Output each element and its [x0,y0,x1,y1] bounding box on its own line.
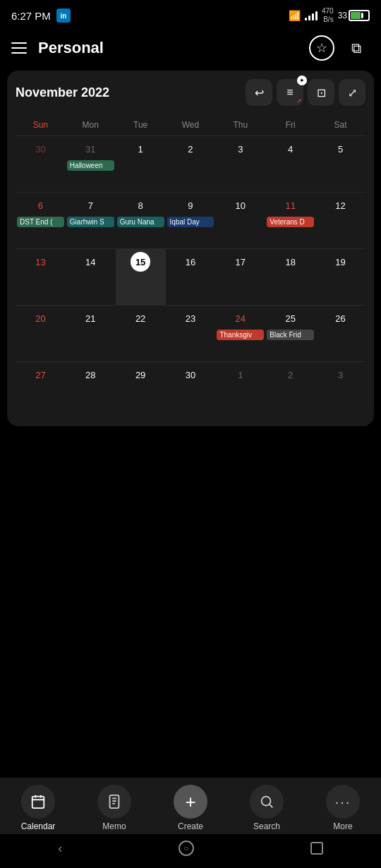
signal-bars [305,11,318,20]
day-num-nov21: 21 [80,308,100,328]
cal-day-dec3[interactable]: 3 [315,361,365,418]
nav-item-create[interactable]: + Create [152,785,229,831]
cal-day-nov14[interactable]: 14 [66,248,116,305]
cal-day-nov5[interactable]: 5 [315,135,365,192]
signal-bar-2 [308,16,310,20]
cal-day-nov29[interactable]: 29 [116,361,166,418]
cal-day-nov30[interactable]: 30 [166,361,216,418]
event-halloween[interactable]: Halloween [67,160,114,171]
event-iqbal[interactable]: Iqbal Day [167,217,214,227]
status-right: 📶 470B/s 33 [289,7,370,24]
cal-day-nov1[interactable]: 1 [116,135,166,192]
cal-day-nov17[interactable]: 17 [215,248,265,305]
day-num-nov25: 25 [281,308,301,328]
hamburger-menu[interactable] [11,42,27,54]
day-headers: Sun Mon Tue Wed Thu Fri Sat [16,117,365,133]
calendar-month-title: November 2022 [16,85,109,100]
status-bar: 6:27 PM in 📶 470B/s 33 [0,0,381,28]
sort-badge: ✦ [297,76,307,85]
cal-day-dec1[interactable]: 1 [215,361,265,418]
day-num-nov28: 28 [80,365,100,385]
day-header-thu: Thu [215,117,265,133]
cal-day-nov22[interactable]: 22 [116,305,166,361]
cal-day-nov4[interactable]: 4 [265,135,315,192]
cal-day-nov27[interactable]: 27 [16,361,66,418]
cal-day-nov19[interactable]: 19 [315,248,365,305]
cal-day-nov11[interactable]: 11 Veterans D [265,192,315,248]
top-nav-left: Personal [11,39,104,57]
day-num-nov22: 22 [131,308,150,328]
cal-day-nov28[interactable]: 28 [66,361,116,418]
cal-day-oct30[interactable]: 30 [16,135,66,192]
event-thanksgiving[interactable]: Thanksgiv [217,330,264,340]
day-num-nov16: 16 [181,252,200,272]
day-num-nov4: 4 [281,139,301,159]
cal-day-nov2[interactable]: 2 [166,135,216,192]
cal-day-dec2[interactable]: 2 [265,361,315,418]
star-button[interactable]: ☆ [309,35,334,61]
battery-tip [361,13,363,18]
cal-day-nov16[interactable]: 16 [166,248,216,305]
nav-label-calendar: Calendar [21,821,56,831]
cal-day-nov25[interactable]: 25 Black Frid [265,305,315,361]
cal-day-nov26[interactable]: 26 [315,305,365,361]
cal-day-nov21[interactable]: 21 [66,305,116,361]
home-button[interactable]: ○ [179,840,194,856]
day-num-dec1: 1 [231,365,250,385]
calendar-header: November 2022 ↩ ≡ ✦ ↗ ⊡ ⤢ [16,79,365,106]
cal-day-nov8[interactable]: 8 Guru Nana [116,192,166,248]
nav-item-memo[interactable]: Memo [76,785,152,831]
day-header-wed: Wed [166,117,216,133]
sort-button[interactable]: ≡ ✦ ↗ [277,79,303,106]
day-num-nov20: 20 [30,308,50,328]
cal-day-nov23[interactable]: 23 [166,305,216,361]
event-giarhwin[interactable]: Giarhwin S [67,217,114,227]
nav-item-more[interactable]: ··· More [305,785,381,831]
hamburger-line-1 [11,42,27,44]
day-num-nov14: 14 [80,252,100,272]
cal-day-nov10[interactable]: 10 [215,192,265,248]
recent-button[interactable] [310,842,323,855]
cal-day-nov15[interactable]: 15 [116,248,166,305]
signal-bar-4 [315,11,318,20]
day-num-nov13: 13 [30,252,50,272]
status-left: 6:27 PM in [11,8,71,23]
system-nav-bar: ‹ ○ [0,834,381,868]
bottom-nav-items: Calendar Memo + Create [0,785,381,834]
day-num-nov10: 10 [231,195,250,215]
cal-day-nov18[interactable]: 18 [265,248,315,305]
cal-day-nov13[interactable]: 13 [16,248,66,305]
event-veterans[interactable]: Veterans D [267,217,314,227]
day-num-nov24: 24 [231,308,250,328]
day-num-nov15: 15 [131,252,150,272]
day-num-nov2: 2 [181,139,200,159]
nav-item-calendar[interactable]: Calendar [0,785,76,831]
expand-button[interactable]: ⤢ [339,79,365,106]
cal-day-nov7[interactable]: 7 Giarhwin S [66,192,116,248]
day-num-nov3: 3 [231,139,250,159]
event-dst[interactable]: DST End ( [17,217,64,227]
cal-day-nov9[interactable]: 9 Iqbal Day [166,192,216,248]
nav-item-search[interactable]: Search [229,785,305,831]
cal-day-oct31[interactable]: 31 Halloween [66,135,116,192]
search-icon [250,785,284,819]
day-num-nov11: 11 [281,195,301,215]
bottom-spacer [0,426,381,525]
copy-button[interactable]: ⧉ [343,35,370,61]
battery-icon [349,10,370,21]
event-blackfriday[interactable]: Black Frid [267,330,314,340]
day-num-nov19: 19 [331,252,351,272]
cal-day-nov6[interactable]: 6 DST End ( [16,192,66,248]
cal-day-nov3[interactable]: 3 [215,135,265,192]
cal-day-nov12[interactable]: 12 [315,192,365,248]
cal-day-nov20[interactable]: 20 [16,305,66,361]
day-num-nov6: 6 [30,195,50,215]
page-title: Personal [38,39,104,57]
cal-day-nov24[interactable]: 24 Thanksgiv [215,305,265,361]
undo-button[interactable]: ↩ [246,79,272,106]
back-button[interactable]: ‹ [58,841,62,856]
svg-point-8 [262,797,271,806]
top-nav-right: ☆ ⧉ [309,35,370,61]
filter-button[interactable]: ⊡ [308,79,334,106]
event-gurunana[interactable]: Guru Nana [117,217,164,227]
